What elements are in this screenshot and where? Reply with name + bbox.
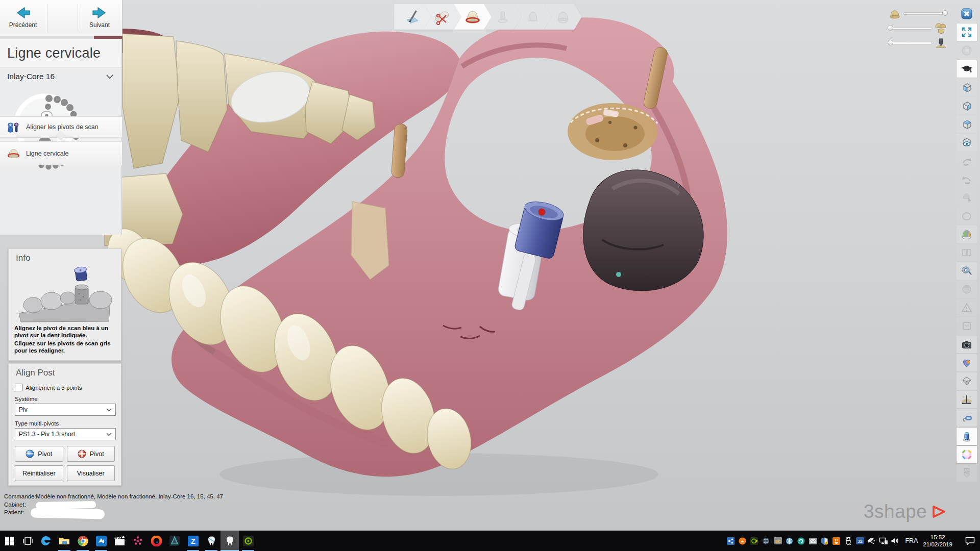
sidebar-step-cervical-line[interactable]: Ligne cervicale [0,141,122,165]
next-button[interactable]: Suivant [80,2,119,33]
reset-button[interactable]: Réinitialiser [15,465,63,481]
slider-knob[interactable] [942,10,948,16]
dental-manager-icon[interactable] [202,531,220,551]
language-indicator[interactable]: FRA [905,537,918,544]
adjacent-visibility-slider[interactable] [888,21,949,36]
svg-text:32: 32 [857,539,863,544]
share-icon[interactable] [725,531,737,551]
nvidia-app-icon[interactable] [239,531,257,551]
nvidia-tray-icon[interactable] [748,531,760,551]
probe-tool-icon[interactable] [957,409,977,427]
nav-divider [47,4,47,32]
edge-icon[interactable] [37,531,55,551]
info-instruction-1: Alignez le pivot de scan bleu à un pivot… [9,323,121,339]
color-sphere-icon[interactable] [957,446,977,463]
pivot-red-button[interactable]: Pivot [67,446,115,462]
three-point-checkbox[interactable] [15,384,22,391]
chevron-down-icon [106,433,112,436]
windows-taskbar: Z [0,531,980,551]
chrome-icon[interactable] [74,531,92,551]
communicate-app-icon[interactable] [92,531,110,551]
system-label: Système [15,396,121,402]
clock-time: 15:52 [923,534,952,541]
previous-button[interactable]: Précédent [3,2,43,33]
arrow-left-icon [14,7,32,19]
file-explorer-icon[interactable] [55,531,74,551]
cervical-tooth-icon [7,148,21,159]
align-sweep-up-icon [957,152,977,169]
workflow-steps-bar [394,4,582,30]
order-label: Commande: [4,493,36,501]
sync-icon[interactable] [795,531,807,551]
orange-ring-app-icon[interactable] [147,531,165,551]
notification-center-icon[interactable] [960,531,980,551]
scanpost-visibility-slider[interactable] [888,36,949,51]
visualize-button[interactable]: Visualiser [67,465,115,481]
page-title-text: Ligne cervicale [7,45,101,61]
slider-track[interactable] [888,27,932,30]
bits32-icon[interactable]: 32 [854,531,866,551]
taskbar-clock[interactable]: 15:52 21/02/2019 [923,534,952,548]
pivot-blue-label: Pivot [38,450,52,458]
satellite-icon[interactable] [866,531,877,551]
measure-tape-icon[interactable] [957,262,977,280]
training-cap-icon[interactable] [957,60,977,78]
solid-model-icon[interactable] [957,372,977,390]
snapshot-camera-icon[interactable] [957,336,977,353]
info-instruction-2: Cliquez sur les pivots de scan gris pour… [9,339,121,355]
view-top-icon[interactable] [957,115,977,133]
start-icon[interactable] [0,531,18,551]
snowball-icon[interactable] [783,531,795,551]
order-item-dropdown[interactable]: Inlay-Core 16 [0,68,121,82]
slider-knob[interactable] [888,25,893,31]
dental-designer-icon[interactable] [220,531,239,551]
crown-design-icon [554,8,572,26]
favorite-wand-icon[interactable] [957,354,977,371]
media-clapper-icon[interactable] [110,531,129,551]
reset-label: Réinitialiser [22,470,56,477]
blue-sphere-icon [26,449,34,458]
prism-app-icon[interactable] [165,531,184,551]
scan-posts-pair-icon [7,121,21,133]
usb-icon[interactable] [842,531,854,551]
mail-icon[interactable] [807,531,819,551]
slider-track[interactable] [903,12,947,15]
close-icon[interactable] [957,5,977,22]
defender-icon[interactable]: ! [819,531,830,551]
java-icon[interactable] [830,531,842,551]
task-view-icon[interactable] [18,531,37,551]
fullscreen-icon[interactable] [957,23,977,41]
view-front-icon[interactable] [957,79,977,96]
die-tooth-icon [524,8,542,26]
workflow-step-order[interactable] [394,4,431,30]
system-select-value: Piv [19,406,28,413]
slider-knob[interactable] [888,40,893,45]
crown-visibility-slider[interactable] [888,6,949,21]
step-align-posts-label: Aligner les pivots de scan [26,123,99,131]
network-icon[interactable] [877,531,889,551]
sc-icon[interactable]: SC [772,531,783,551]
crown-visibility-icon [888,8,901,19]
globe-icon[interactable] [760,531,772,551]
implant-site [568,103,657,160]
system-select[interactable]: Piv [15,404,116,416]
tooth-layers-icon[interactable] [957,226,977,243]
slider-track[interactable] [888,42,932,44]
main-3d-viewport[interactable] [0,0,980,531]
scan-post-tool-icon[interactable] [957,428,977,445]
speaker-icon[interactable] [889,531,901,551]
three-point-alignment-row[interactable]: Alignement à 3 points [15,384,121,391]
application-window: Précédent Suivant Ligne cervicale Inlay-… [0,0,980,551]
order-value: Modèle non fractionné, Modèle non fracti… [36,493,223,501]
nav-divider-2 [78,4,78,32]
view-eye-icon[interactable] [957,134,977,151]
pivot-blue-button[interactable]: Pivot [15,446,63,462]
align-sweep-down-icon [957,170,977,188]
chevron-down-icon [106,74,113,79]
avast-icon[interactable] [737,531,748,551]
multipivot-select[interactable]: PS1.3 - Piv 1.3 short [15,428,116,440]
view-side-icon[interactable] [957,97,977,114]
z-app-icon[interactable]: Z [184,531,202,551]
cross-section-icon[interactable] [957,391,977,408]
molecule-app-icon[interactable] [129,531,147,551]
